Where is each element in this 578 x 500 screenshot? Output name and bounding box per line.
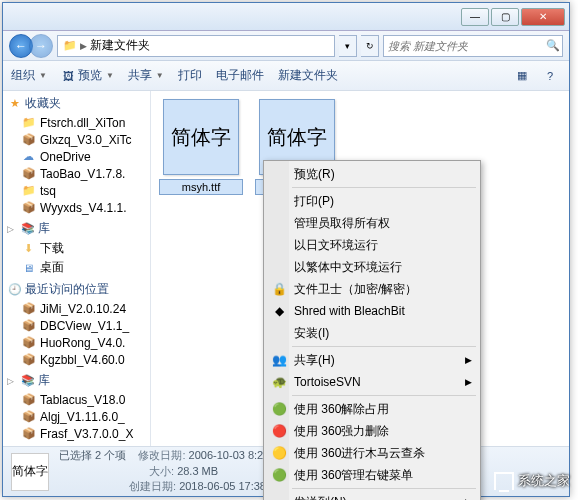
menu-separator	[292, 187, 476, 188]
tree-recent-header[interactable]: 🕘最近访问的位置	[3, 279, 150, 300]
expand-icon[interactable]: ▷	[7, 376, 17, 386]
menu-item-icon: ◆	[270, 302, 288, 320]
breadcrumb[interactable]: 📁 ▶ 新建文件夹	[57, 35, 335, 57]
menu-item[interactable]: 🔴使用 360强力删除	[266, 420, 478, 442]
star-icon: ★	[7, 96, 22, 111]
tree-item[interactable]: 📦JiMi_V2.0.10.24	[3, 300, 150, 317]
chevron-right-icon: ▶	[80, 41, 87, 51]
tree-item[interactable]: 📦Wyyxds_V4.1.1.	[3, 199, 150, 216]
tree-item[interactable]: 📦TaoBao_V1.7.8.	[3, 165, 150, 182]
menu-item-label: 管理员取得所有权	[294, 215, 390, 232]
menu-item[interactable]: 打印(P)	[266, 190, 478, 212]
font-thumbnail: 简体字	[163, 99, 239, 175]
menu-item-icon: 🔒	[270, 280, 288, 298]
folder-icon: 📁	[21, 183, 36, 198]
tree-item[interactable]: 📦Algj_V1.11.6.0_	[3, 408, 150, 425]
preview-icon: 🖼	[61, 68, 76, 83]
archive-icon: 📦	[21, 352, 36, 367]
context-menu: 预览(R)打印(P)管理员取得所有权以日文环境运行以繁体中文环境运行🔒文件卫士（…	[263, 160, 481, 500]
refresh-button[interactable]: ↻	[361, 35, 379, 57]
created-value: 2018-06-05 17:38	[179, 480, 266, 492]
path-segment[interactable]: 新建文件夹	[90, 37, 150, 54]
menu-item[interactable]: 🟡使用 360进行木马云查杀	[266, 442, 478, 464]
help-button[interactable]: ?	[539, 66, 561, 86]
menu-item[interactable]: 🟢使用 360解除占用	[266, 398, 478, 420]
menu-item[interactable]: 🟢使用 360管理右键菜单	[266, 464, 478, 486]
share-button[interactable]: 共享▼	[128, 67, 164, 84]
tree-favorites-header[interactable]: ★收藏夹	[3, 93, 150, 114]
tree-item[interactable]: 📦Glxzq_V3.0_XiTc	[3, 131, 150, 148]
tree-libraries2-header[interactable]: ▷📚库	[3, 370, 150, 391]
email-button[interactable]: 电子邮件	[216, 67, 264, 84]
archive-icon: 📦	[21, 200, 36, 215]
archive-icon: 📦	[21, 132, 36, 147]
menu-item-label: Shred with BleachBit	[294, 304, 405, 318]
search-icon: 🔍	[544, 39, 562, 52]
menu-item[interactable]: 预览(R)	[266, 163, 478, 185]
nav-forward-button[interactable]: →	[29, 34, 53, 58]
folder-icon: 📁	[21, 115, 36, 130]
menu-item[interactable]: 🔒文件卫士（加密/解密）	[266, 278, 478, 300]
file-name: msyh.ttf	[159, 179, 243, 195]
view-options-button[interactable]: ▦	[511, 66, 533, 86]
tree-item[interactable]: 🖥桌面	[3, 258, 150, 277]
menu-item-label: 以繁体中文环境运行	[294, 259, 402, 276]
menu-item[interactable]: 发送到(N)▶	[266, 491, 478, 500]
address-bar: ← → 📁 ▶ 新建文件夹 ▾ ↻ 🔍	[3, 31, 569, 61]
search-box[interactable]: 🔍	[383, 35, 563, 57]
menu-item-label: 以日文环境运行	[294, 237, 378, 254]
archive-icon: 📦	[21, 166, 36, 181]
tree-item[interactable]: 📁Ftsrch.dll_XiTon	[3, 114, 150, 131]
menu-item-label: 安装(I)	[294, 325, 329, 342]
tree-item[interactable]: 📦Frasf_V3.7.0.0_X	[3, 425, 150, 442]
search-input[interactable]	[384, 40, 544, 52]
menu-item[interactable]: ◆Shred with BleachBit	[266, 300, 478, 322]
minimize-button[interactable]: —	[461, 8, 489, 26]
menu-item-label: 共享(H)	[294, 352, 335, 369]
menu-item-label: 使用 360管理右键菜单	[294, 467, 413, 484]
menu-item[interactable]: 以日文环境运行	[266, 234, 478, 256]
archive-icon: 📦	[21, 426, 36, 441]
close-button[interactable]: ✕	[521, 8, 565, 26]
archive-icon: 📦	[21, 301, 36, 316]
submenu-arrow-icon: ▶	[465, 377, 472, 387]
newfolder-button[interactable]: 新建文件夹	[278, 67, 338, 84]
library-icon: 📚	[20, 373, 35, 388]
expand-icon[interactable]: ▷	[7, 224, 17, 234]
menu-item-icon: 🟢	[270, 466, 288, 484]
size-value: 28.3 MB	[177, 465, 218, 477]
tree-item[interactable]: 📁tsq	[3, 182, 150, 199]
onedrive-icon: ☁	[21, 149, 36, 164]
path-dropdown-button[interactable]: ▾	[339, 35, 357, 57]
menu-item-icon: 👥	[270, 351, 288, 369]
tree-item[interactable]: 📦Tablacus_V18.0	[3, 391, 150, 408]
navigation-tree[interactable]: ★收藏夹 📁Ftsrch.dll_XiTon 📦Glxzq_V3.0_XiTc …	[3, 91, 151, 446]
print-button[interactable]: 打印	[178, 67, 202, 84]
file-item[interactable]: 简体字msyh.ttf	[159, 99, 243, 195]
tree-item[interactable]: 📦Kgzbbl_V4.60.0	[3, 351, 150, 368]
archive-icon: 📦	[21, 409, 36, 424]
tree-item[interactable]: 📦HuoRong_V4.0.	[3, 334, 150, 351]
preview-button[interactable]: 🖼预览▼	[61, 67, 114, 84]
library-icon: 📚	[20, 221, 35, 236]
maximize-button[interactable]: ▢	[491, 8, 519, 26]
menu-item-label: 使用 360解除占用	[294, 401, 389, 418]
menu-item[interactable]: 🐢TortoiseSVN▶	[266, 371, 478, 393]
menu-separator	[292, 346, 476, 347]
menu-item-label: 发送到(N)	[294, 494, 347, 501]
menu-item[interactable]: 以繁体中文环境运行	[266, 256, 478, 278]
window-titlebar: — ▢ ✕	[3, 3, 569, 31]
organize-menu[interactable]: 组织▼	[11, 67, 47, 84]
tree-item[interactable]: 📦DBCView_V1.1_	[3, 317, 150, 334]
downloads-icon: ⬇	[21, 241, 36, 256]
tree-libraries-header[interactable]: ▷📚库	[3, 218, 150, 239]
menu-item[interactable]: 安装(I)	[266, 322, 478, 344]
tree-item[interactable]: ⬇下载	[3, 239, 150, 258]
menu-item[interactable]: 管理员取得所有权	[266, 212, 478, 234]
modified-label: 修改日期:	[138, 449, 185, 461]
menu-item[interactable]: 👥共享(H)▶	[266, 349, 478, 371]
folder-icon: 📁	[62, 38, 77, 53]
menu-separator	[292, 488, 476, 489]
command-bar: 组织▼ 🖼预览▼ 共享▼ 打印 电子邮件 新建文件夹 ▦ ?	[3, 61, 569, 91]
tree-item[interactable]: ☁OneDrive	[3, 148, 150, 165]
